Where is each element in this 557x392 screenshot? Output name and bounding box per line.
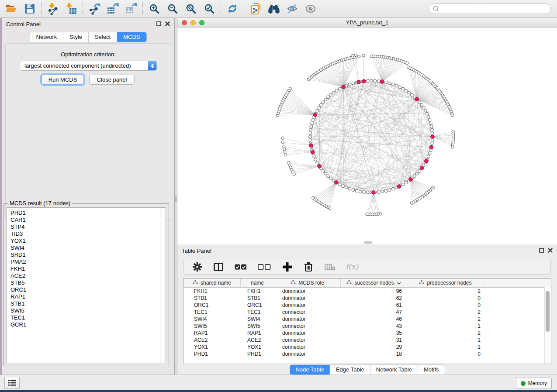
table-row[interactable]: SWI4SWI4dominator462 [183, 316, 551, 323]
horizontal-splitter-handle[interactable] [364, 241, 372, 244]
mcds-result-item[interactable]: SRD1 [10, 251, 161, 258]
deselect-all-icon[interactable] [257, 261, 271, 272]
table-row[interactable]: SWI5SWI5connector431 [183, 323, 551, 330]
task-history-button[interactable] [4, 377, 20, 389]
tab-mcds[interactable]: MCDS [117, 32, 146, 42]
refresh-icon[interactable] [226, 2, 239, 15]
tab-node-table[interactable]: Node Table [290, 365, 330, 375]
table-row[interactable]: TEC1TEC1connector472 [183, 309, 551, 316]
tab-edge-table[interactable]: Edge Table [330, 365, 370, 375]
mcds-result-item[interactable]: PMA2 [10, 258, 161, 265]
close-panel-icon[interactable] [165, 21, 170, 28]
table-row[interactable]: PHD1PHD1dominator180 [183, 351, 551, 358]
column-visibility-icon[interactable] [213, 261, 224, 272]
network-canvas[interactable] [177, 28, 557, 244]
table-scrollbar-thumb[interactable] [546, 291, 550, 332]
close-panel-button[interactable]: Close panel [89, 75, 135, 85]
select-stepper-icon [148, 61, 156, 70]
table-row[interactable]: RAP1RAP1dominator352 [183, 330, 551, 337]
mcds-result-item[interactable]: TID3 [10, 230, 161, 237]
column-header-predecessor-nodes[interactable]: predecessor nodes [407, 279, 484, 287]
float-panel-icon[interactable] [156, 21, 161, 28]
mcds-result-item[interactable]: ORC1 [10, 286, 161, 293]
import-network-icon[interactable] [46, 2, 59, 15]
mcds-result-item[interactable]: GCR1 [10, 321, 161, 328]
tab-network-table[interactable]: Network Table [370, 365, 418, 375]
splitter-handle[interactable] [175, 196, 177, 202]
mcds-result-item[interactable]: SWI4 [10, 244, 161, 251]
mcds-result-item[interactable]: CAR1 [10, 217, 161, 224]
export-image-icon[interactable] [125, 2, 138, 15]
cell-name: ACE2 [241, 337, 274, 343]
zoom-in-icon[interactable] [148, 2, 161, 15]
add-row-icon[interactable] [281, 261, 293, 272]
mcds-result-item[interactable]: STB1 [10, 300, 161, 307]
column-header-shared-name[interactable]: shared name [183, 279, 241, 287]
delete-table-icon[interactable] [324, 261, 336, 272]
close-window-icon[interactable] [182, 20, 187, 25]
cell-shared-name: TEC1 [183, 309, 241, 315]
mcds-result-item[interactable]: YOX1 [10, 237, 161, 244]
tab-select[interactable]: Select [88, 32, 117, 42]
cell-predecessor-nodes: 2 [407, 288, 484, 294]
optimization-criterion-select[interactable]: largest connected component (undirected) [20, 61, 157, 71]
tab-network[interactable]: Network [30, 32, 63, 42]
close-table-panel-icon[interactable] [548, 248, 553, 254]
mcds-result-item[interactable]: PHD1 [10, 210, 161, 217]
mcds-result-item[interactable]: RAP1 [10, 293, 161, 300]
cell-name: FKH1 [241, 288, 274, 294]
memory-button[interactable]: Memory [516, 378, 552, 389]
mcds-result-item[interactable]: ACE2 [10, 272, 161, 279]
column-header-name[interactable]: name [241, 279, 274, 287]
column-header-MCDS-role[interactable]: MCDS role [274, 279, 341, 287]
import-table-icon[interactable] [65, 2, 78, 15]
network-graph[interactable] [177, 28, 557, 244]
run-mcds-button[interactable]: Run MCDS [42, 75, 84, 85]
open-file-icon[interactable] [5, 2, 18, 15]
table-settings-gear-icon[interactable] [191, 261, 203, 272]
mcds-result-item[interactable]: STP4 [10, 224, 161, 230]
mcds-list-scrollbar[interactable] [160, 207, 166, 363]
maximize-window-icon[interactable] [199, 20, 204, 25]
mcds-result-item[interactable]: STB5 [10, 279, 161, 286]
cell-name: TEC1 [241, 309, 274, 315]
cell-shared-name: ACE2 [183, 337, 241, 343]
cell-successor-nodes: 18 [341, 351, 407, 357]
cell-shared-name: YOX1 [183, 344, 241, 350]
cell-mcds-role: dominator [274, 330, 341, 336]
export-table-icon[interactable] [106, 2, 119, 15]
find-binoculars-icon[interactable] [267, 2, 280, 15]
save-session-icon[interactable] [23, 2, 36, 15]
tab-motifs[interactable]: Motifs [418, 365, 445, 375]
function-builder-icon[interactable]: f(x) [346, 262, 358, 271]
table-row[interactable]: YOX1YOX1connector291 [183, 344, 551, 351]
hide-selected-eye-slash-icon[interactable] [286, 2, 299, 15]
table-row[interactable]: ORC1ORC1dominator610 [183, 302, 551, 309]
zoom-selected-icon[interactable] [203, 2, 216, 15]
main-toolbar [0, 0, 557, 18]
delete-row-trash-icon[interactable] [303, 261, 314, 272]
column-header-successor-nodes[interactable]: successor nodes [341, 279, 407, 287]
table-row[interactable]: FKH1FKH1dominator962 [183, 288, 551, 295]
table-panel-title: Table Panel [182, 248, 211, 254]
mcds-result-item[interactable]: SWI5 [10, 307, 161, 314]
table-scrollbar[interactable] [544, 287, 551, 364]
clone-network-icon[interactable] [249, 2, 262, 15]
tab-style[interactable]: Style [63, 32, 88, 42]
zoom-out-icon[interactable] [166, 2, 179, 15]
minimize-window-icon[interactable] [190, 20, 196, 25]
cell-predecessor-nodes: 2 [407, 330, 484, 336]
export-network-icon[interactable] [88, 2, 101, 15]
mcds-result-item[interactable]: TEC1 [10, 314, 161, 321]
cell-name: PHD1 [241, 351, 274, 357]
table-row[interactable]: ACE2ACE2connector311 [183, 337, 551, 344]
mcds-result-item[interactable]: FKH1 [10, 265, 161, 272]
search-input[interactable] [442, 5, 547, 12]
show-all-eye-icon[interactable] [304, 2, 317, 15]
float-table-panel-icon[interactable] [539, 248, 544, 254]
zoom-fit-icon[interactable] [184, 2, 197, 15]
cell-name: RAP1 [241, 330, 274, 336]
select-all-icon[interactable] [234, 261, 247, 272]
mcds-panel: Optimization criterion: largest connecte… [5, 43, 171, 220]
table-row[interactable]: STB1STB1dominator620 [183, 295, 551, 302]
